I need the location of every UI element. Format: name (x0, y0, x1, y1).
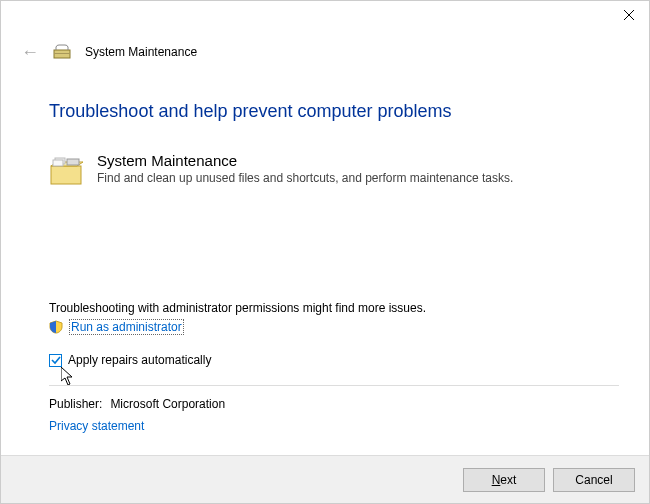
back-arrow-icon: ← (21, 43, 39, 61)
apply-repairs-checkbox[interactable] (49, 354, 62, 367)
publisher-row: Publisher: Microsoft Corporation (49, 397, 225, 411)
troubleshooter-item: System Maintenance Find and clean up unu… (49, 152, 619, 188)
toolbox-icon (53, 44, 71, 60)
svg-rect-7 (53, 160, 63, 166)
mouse-cursor-icon (61, 367, 75, 387)
publisher-label: Publisher: (49, 397, 102, 411)
svg-rect-3 (54, 53, 70, 54)
footer: Next Cancel (1, 455, 649, 503)
admin-block: Troubleshooting with administrator permi… (49, 301, 619, 335)
apply-repairs-label[interactable]: Apply repairs automatically (68, 353, 211, 367)
page-title: System Maintenance (85, 45, 197, 59)
apply-repairs-row: Apply repairs automatically (49, 353, 211, 367)
privacy-statement-link[interactable]: Privacy statement (49, 419, 144, 433)
troubleshooter-description: Find and clean up unused files and short… (97, 171, 513, 185)
folder-stack-icon (49, 152, 85, 188)
close-icon[interactable] (623, 9, 635, 21)
shield-icon (49, 320, 63, 334)
run-as-administrator-link[interactable]: Run as administrator (69, 319, 184, 335)
titlebar (623, 1, 649, 31)
troubleshooter-title: System Maintenance (97, 152, 513, 169)
svg-marker-9 (61, 367, 72, 385)
next-button-rest: ext (500, 473, 516, 487)
svg-rect-4 (51, 166, 81, 184)
cancel-button[interactable]: Cancel (553, 468, 635, 492)
content-area: Troubleshoot and help prevent computer p… (49, 101, 619, 194)
admin-note: Troubleshooting with administrator permi… (49, 301, 619, 315)
header: ← System Maintenance (21, 43, 629, 61)
main-heading: Troubleshoot and help prevent computer p… (49, 101, 619, 122)
svg-rect-8 (67, 159, 79, 165)
horizontal-divider (49, 385, 619, 386)
next-button[interactable]: Next (463, 468, 545, 492)
publisher-value: Microsoft Corporation (110, 397, 225, 411)
